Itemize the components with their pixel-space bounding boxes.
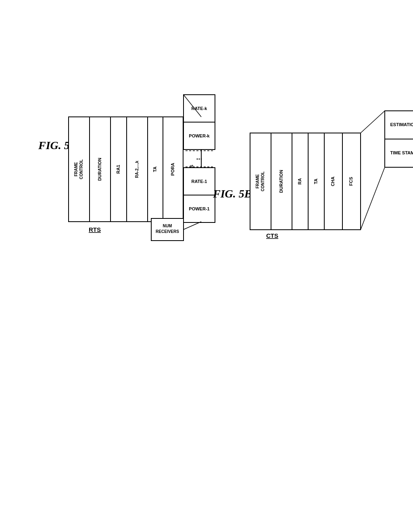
svg-text:RECEIVERS: RECEIVERS [156,229,179,234]
svg-rect-2 [69,117,90,222]
svg-rect-41 [292,133,308,230]
svg-rect-39 [271,133,292,230]
svg-text:RATE-1: RATE-1 [192,179,207,184]
svg-text:POWER-1: POWER-1 [189,206,209,211]
svg-rect-50 [385,111,413,139]
svg-rect-47 [342,133,361,230]
svg-rect-20 [184,122,215,150]
svg-text:FCS: FCS [348,177,353,186]
svg-text:RTS: RTS [89,226,101,233]
svg-text:...: ... [196,153,202,161]
svg-rect-52 [385,139,413,167]
svg-text:POWER-k: POWER-k [189,133,210,138]
svg-text:510: 510 [75,158,84,164]
svg-text:FRAME: FRAME [74,162,78,177]
svg-text:PORA: PORA [170,163,175,176]
svg-text:TIME STAMP: TIME STAMP [390,150,413,155]
svg-text:CONTROL: CONTROL [261,171,265,191]
svg-text:520: 520 [257,205,267,212]
svg-text:NUM: NUM [163,224,172,228]
svg-rect-18 [184,95,215,122]
svg-text:FIG. 5A: FIG. 5A [38,139,77,152]
svg-rect-11 [148,117,163,222]
svg-line-31 [184,222,201,230]
svg-text:TA: TA [152,166,157,172]
svg-text:FRAME: FRAME [255,174,260,189]
svg-text:RATE-k: RATE-k [192,106,208,111]
diagram-area: FIG. 5A510FRAMECONTROLDURATIONRA1RA-2,..… [0,24,413,488]
svg-rect-27 [151,218,184,241]
svg-rect-25 [184,195,215,222]
svg-text:TA: TA [313,179,318,184]
svg-rect-15 [183,117,201,222]
svg-text:DURATION: DURATION [279,170,284,193]
svg-text:ESTIMATION: ESTIMATION [390,122,413,127]
svg-rect-13 [163,117,183,222]
svg-text:DURATION: DURATION [97,158,102,181]
svg-text:FIG. 5B: FIG. 5B [213,187,252,200]
svg-line-55 [361,167,385,230]
page-header [0,0,413,16]
svg-text:RA1: RA1 [116,165,121,174]
svg-rect-9 [127,117,148,222]
svg-rect-23 [184,168,215,195]
svg-rect-7 [111,117,127,222]
svg-text:FCS: FCS [189,165,194,174]
svg-rect-45 [324,133,342,230]
svg-rect-5 [90,117,111,222]
svg-line-30 [184,95,201,117]
svg-text:RA-2,...,k: RA-2,...,k [135,160,139,178]
svg-rect-36 [250,133,271,230]
svg-rect-43 [308,133,324,230]
svg-line-54 [361,111,385,133]
svg-text:CHA: CHA [330,177,335,186]
svg-text:RA: RA [297,178,302,185]
svg-text:CTS: CTS [266,232,278,239]
svg-text:CONTROL: CONTROL [79,159,83,179]
